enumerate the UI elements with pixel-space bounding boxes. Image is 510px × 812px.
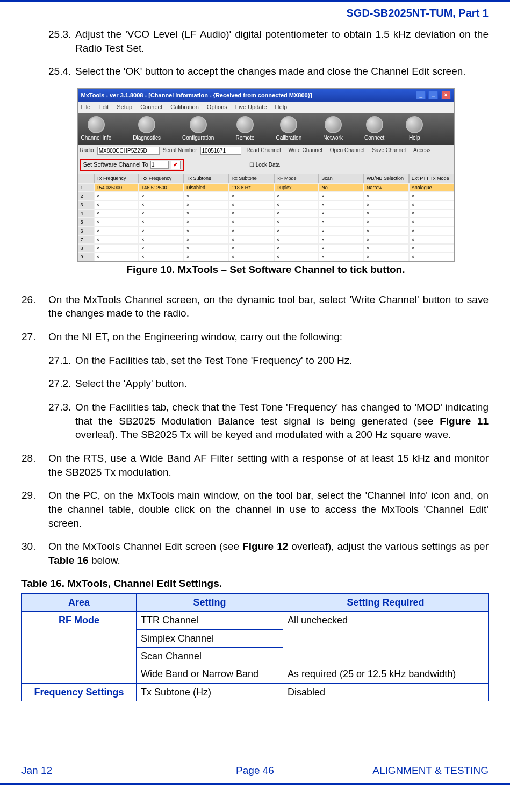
grid-header: Tx Frequency Rx Frequency Tx Subtone Rx …: [78, 174, 454, 183]
step-28: 28. On the RTS, use a Wide Band AF Filte…: [21, 451, 489, 479]
close-button[interactable]: ×: [441, 91, 451, 99]
write-channel-button[interactable]: Write Channel: [286, 146, 325, 155]
menu-liveupdate[interactable]: Live Update: [235, 104, 267, 110]
grid-row[interactable]: 6××××××××: [78, 227, 454, 235]
step-26: 26. On the MxTools Channel screen, on th…: [21, 293, 489, 320]
doc-header: SGD-SB2025NT-TUM, Part 1: [21, 7, 489, 19]
infobar: Radio Serial Number Read Channel Write C…: [78, 145, 454, 156]
set-software-channel-box: Set Software Channel To ✔: [80, 159, 184, 171]
step-number: 30.: [21, 540, 48, 567]
table-16: Area Setting Setting Required RF Mode TT…: [21, 593, 489, 701]
lock-data-checkbox[interactable]: ☐ Lock Data: [249, 161, 280, 169]
cell-required: As required (25 or 12.5 kHz bandwidth): [283, 665, 489, 683]
toolbar-channel-info[interactable]: Channel Info: [81, 116, 112, 142]
minimize-button[interactable]: _: [416, 91, 426, 99]
toolbar-network[interactable]: Network: [323, 116, 343, 142]
step-27-2: 27.2. Select the 'Apply' button.: [48, 377, 489, 391]
step-29: 29. On the PC, on the MxTools main windo…: [21, 488, 489, 530]
step-text: On the NI ET, on the Engineering window,…: [48, 330, 342, 344]
figure-10-caption: Figure 10. MxTools – Set Software Channe…: [43, 263, 489, 277]
step-number: 27.1.: [48, 354, 75, 368]
radio-label: Radio: [80, 147, 94, 154]
grid-row[interactable]: 2××××××××: [78, 192, 454, 200]
cell-required: All unchecked: [283, 612, 489, 665]
cell-setting: Wide Band or Narrow Band: [136, 665, 283, 683]
step-text: On the PC, on the MxTools main window, o…: [48, 488, 489, 530]
cell-required: Disabled: [283, 683, 489, 701]
grid-row[interactable]: 4××××××××: [78, 209, 454, 218]
step-number: 29.: [21, 488, 48, 530]
radio-input[interactable]: [97, 147, 160, 155]
th-required: Setting Required: [283, 594, 489, 612]
cell-setting: Simplex Channel: [136, 629, 283, 647]
tick-button[interactable]: ✔: [171, 161, 181, 169]
step-number: 27.3.: [48, 400, 75, 442]
access-button[interactable]: Access: [411, 146, 433, 155]
th-setting: Setting: [136, 594, 283, 612]
toolbar-calibration[interactable]: Calibration: [276, 116, 301, 142]
read-channel-button[interactable]: Read Channel: [245, 146, 283, 155]
serial-input[interactable]: [200, 147, 241, 155]
serial-label: Serial Number: [163, 147, 197, 154]
menu-edit[interactable]: Edit: [98, 104, 109, 110]
cell-setting: Tx Subtone (Hz): [136, 683, 283, 701]
step-text: On the Facilities tab, set the Test Tone…: [75, 354, 353, 368]
figure-10: MxTools - ver 3.1.8008 - [Channel Inform…: [43, 88, 489, 277]
window-titlebar: MxTools - ver 3.1.8008 - [Channel Inform…: [78, 89, 454, 102]
cell-setting: Scan Channel: [136, 647, 283, 665]
step-number: 27.2.: [48, 377, 75, 391]
toolbar-remote[interactable]: Remote: [235, 116, 254, 142]
set-software-channel-input[interactable]: [150, 161, 169, 169]
step-text: On the RTS, use a Wide Band AF Filter se…: [48, 451, 489, 479]
page-footer: Jan 12 Page 46 ALIGNMENT & TESTING: [21, 765, 489, 777]
menubar: File Edit Setup Connect Calibration Opti…: [78, 102, 454, 113]
step-number: 25.4.: [48, 64, 75, 78]
menu-setup[interactable]: Setup: [117, 104, 132, 110]
step-number: 28.: [21, 451, 48, 479]
grid-row[interactable]: 8××××××××: [78, 244, 454, 253]
grid-row-1[interactable]: 1 154.025000 146.512500 Disabled 118.8 H…: [78, 183, 454, 192]
step-text: On the MxTools Channel screen, on the dy…: [48, 293, 489, 320]
menu-connect[interactable]: Connect: [140, 104, 162, 110]
th-area: Area: [22, 594, 137, 612]
menu-file[interactable]: File: [81, 104, 91, 110]
save-channel-button[interactable]: Save Channel: [370, 146, 408, 155]
step-text: Adjust the 'VCO Level (LF Audio)' digita…: [75, 27, 489, 55]
step-number: 26.: [21, 293, 48, 320]
toolbar-connect[interactable]: Connect: [364, 116, 384, 142]
grid-row[interactable]: 9××××××××: [78, 253, 454, 261]
step-25-3: 25.3. Adjust the 'VCO Level (LF Audio)' …: [48, 27, 489, 55]
cell-rfmode: RF Mode: [22, 612, 137, 683]
menu-calibration[interactable]: Calibration: [170, 104, 199, 110]
grid-row[interactable]: 3××××××××: [78, 200, 454, 209]
step-25-4: 25.4. Select the 'OK' button to accept t…: [48, 64, 489, 78]
set-software-channel-label: Set Software Channel To: [83, 161, 148, 169]
step-30: 30. On the MxTools Channel Edit screen (…: [21, 540, 489, 567]
window-title: MxTools - ver 3.1.8008 - [Channel Inform…: [81, 91, 312, 99]
toolbar-help[interactable]: Help: [406, 116, 423, 142]
table-16-title: Table 16. MxTools, Channel Edit Settings…: [21, 577, 489, 591]
step-number: 25.3.: [48, 27, 75, 55]
mxtools-window: MxTools - ver 3.1.8008 - [Channel Inform…: [77, 88, 455, 262]
cell-freqsettings: Frequency Settings: [22, 683, 137, 701]
open-channel-button[interactable]: Open Channel: [328, 146, 367, 155]
step-text: On the Facilities tab, check that the Te…: [75, 400, 489, 442]
toolbar-diagnostics[interactable]: Diagnostics: [133, 116, 161, 142]
step-text: On the MxTools Channel Edit screen (see …: [48, 540, 489, 567]
toolbar-configuration[interactable]: Configuration: [182, 116, 214, 142]
cell-setting: TTR Channel: [136, 612, 283, 629]
grid-row[interactable]: 5××××××××: [78, 218, 454, 226]
window-controls: _ □ ×: [415, 91, 450, 99]
menu-help[interactable]: Help: [275, 104, 288, 110]
footer-page: Page 46: [21, 765, 489, 777]
step-number: 27.: [21, 330, 48, 344]
maximize-button[interactable]: □: [428, 91, 438, 99]
step-27-1: 27.1. On the Facilities tab, set the Tes…: [48, 354, 489, 368]
toolbar: Channel Info Diagnostics Configuration R…: [78, 113, 454, 145]
step-text: Select the 'Apply' button.: [75, 377, 187, 391]
grid-row[interactable]: 7××××××××: [78, 235, 454, 244]
menu-options[interactable]: Options: [207, 104, 227, 110]
step-27: 27. On the NI ET, on the Engineering win…: [21, 330, 489, 344]
step-27-3: 27.3. On the Facilities tab, check that …: [48, 400, 489, 442]
step-text: Select the 'OK' button to accept the cha…: [75, 64, 466, 78]
